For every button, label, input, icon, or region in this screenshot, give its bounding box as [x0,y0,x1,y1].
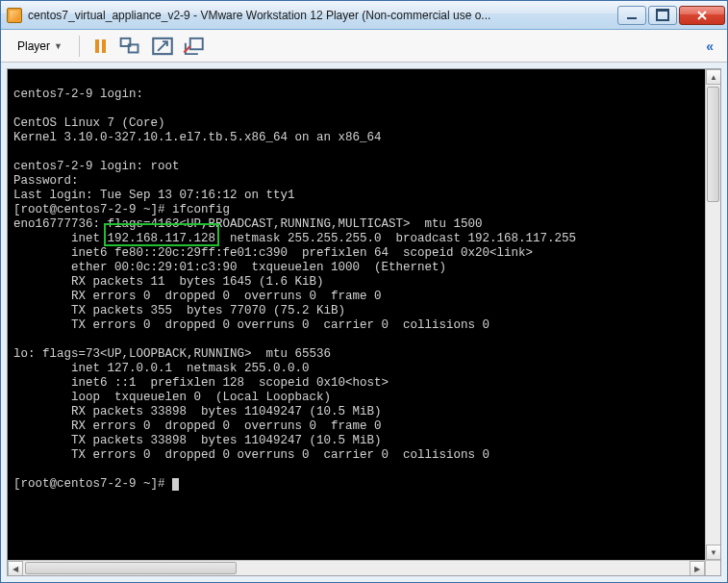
scroll-down-button[interactable]: ▼ [706,545,721,560]
minimize-button[interactable] [617,6,646,25]
unity-mode-button[interactable] [180,35,207,58]
keys-icon [119,34,144,59]
unity-icon [181,34,206,59]
close-button[interactable] [679,6,725,25]
scroll-thumb-vertical[interactable] [707,87,719,202]
horizontal-scrollbar[interactable]: ◀ ▶ [8,560,705,575]
terminal-cursor [172,478,179,491]
content-area: centos7-2-9 login: CentOS Linux 7 (Core)… [7,68,721,576]
vmware-icon [7,8,22,23]
toolbar: Player ▼ « [1,30,727,63]
help-dropdown[interactable]: « [700,38,719,54]
scroll-track-horizontal[interactable] [23,561,690,575]
send-ctrl-alt-del-button[interactable] [118,35,145,58]
fullscreen-button[interactable] [149,35,176,58]
scroll-thumb-horizontal[interactable] [25,562,237,574]
scroll-left-button[interactable]: ◀ [8,561,23,576]
fullscreen-icon [150,34,175,59]
scroll-right-button[interactable]: ▶ [690,561,705,576]
double-chevron-icon: « [706,38,714,54]
svg-rect-3 [190,38,203,48]
terminal[interactable]: centos7-2-9 login: CentOS Linux 7 (Core)… [8,69,705,560]
titlebar[interactable]: centos7_virtual_appliance_v2-9 - VMware … [1,1,727,30]
close-icon [697,11,707,20]
window-controls [615,6,725,25]
window-title: centos7_virtual_appliance_v2-9 - VMware … [28,9,615,22]
pause-button[interactable] [88,35,114,58]
vertical-scrollbar[interactable]: ▲ ▼ [705,69,720,560]
player-menu-button[interactable]: Player ▼ [9,36,71,57]
app-window: centos7_virtual_appliance_v2-9 - VMware … [0,0,728,583]
scrollbar-corner [705,560,720,575]
chevron-down-icon: ▼ [54,41,63,51]
separator [79,36,80,57]
player-menu-label: Player [17,39,50,53]
pause-icon [95,39,106,53]
highlighted-ip: 192.168.117.128 [108,232,216,245]
maximize-button[interactable] [648,6,677,25]
scroll-track-vertical[interactable] [706,85,720,545]
scroll-up-button[interactable]: ▲ [706,69,721,85]
